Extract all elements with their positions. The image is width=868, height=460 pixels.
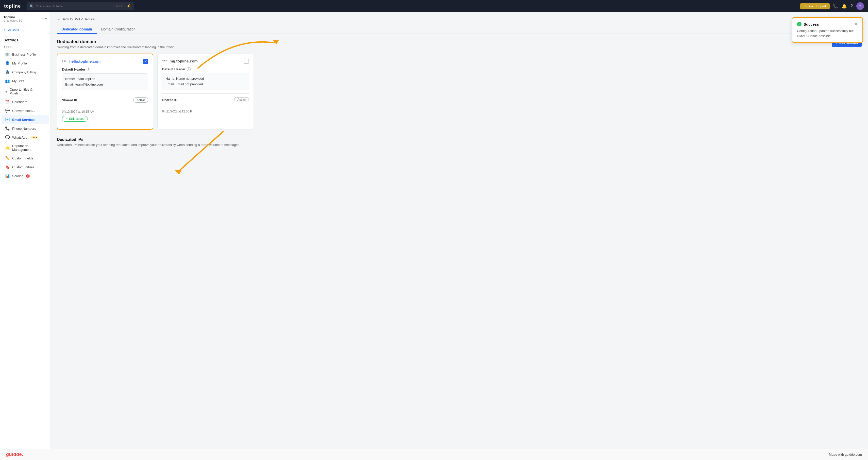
avatar[interactable]: T <box>856 2 864 10</box>
sidebar-item-label: Custom Fields <box>12 156 33 160</box>
sidebar-item-label: Custom Values <box>12 165 34 169</box>
billing-icon: 🏦 <box>5 70 10 74</box>
header-email-row: Email: team@topline.com <box>65 82 145 87</box>
sidebar-item-custom-values[interactable]: 🔖 Custom Values <box>2 163 49 171</box>
profile-icon: 👤 <box>5 61 10 65</box>
sidebar-item-email-services[interactable]: 📧 Email Services <box>2 115 49 124</box>
whatsapp-icon: 💬 <box>5 135 10 140</box>
success-icon: ✓ <box>797 22 802 26</box>
phone-numbers-icon: 📞 <box>5 126 10 131</box>
sidebar-item-label: Opportunities & Pipelin... <box>10 88 45 95</box>
domain-card-mg: ••• mg.topline.com Default Header ? Name… <box>157 54 254 130</box>
dedicated-ips-title: Dedicated IPs <box>57 137 862 142</box>
tab-dedicated-domain[interactable]: Dedicated domain <box>57 25 97 34</box>
account-location: Charleston, SC <box>4 19 23 22</box>
active-badge: Active <box>133 97 148 102</box>
support-button[interactable]: topline Support <box>800 3 830 9</box>
custom-values-icon: 🔖 <box>5 165 10 169</box>
tab-domain-configuration[interactable]: Domain Configuration <box>97 25 140 34</box>
shared-ip-row: Shared IP Active <box>62 97 148 102</box>
domain-checkbox-empty[interactable] <box>244 59 249 64</box>
divider-3 <box>162 93 249 94</box>
account-name: Topline <box>4 15 23 19</box>
bell-icon[interactable]: 🔔 <box>842 4 847 9</box>
bottom-bar: guidde. Made with guidde.com <box>0 449 868 460</box>
app-logo: topline <box>4 4 21 9</box>
global-search[interactable]: 🔍 Ctrl + K ⚡ <box>27 2 133 10</box>
section-subtitle: Sending from a dedicated domain improves… <box>57 45 175 49</box>
sidebar-item-calendars[interactable]: 📅 Calendars <box>2 97 49 106</box>
toast-close-button[interactable]: ✕ <box>855 22 858 26</box>
domain-checkbox-checked[interactable]: ✓ <box>143 59 148 64</box>
sidebar-item-label: Conversation AI <box>12 109 35 113</box>
shared-ip-row-2: Shared IP Active <box>162 97 249 102</box>
calendar-icon: 📅 <box>5 99 10 104</box>
made-with-text: Made with guidde.com <box>829 453 862 456</box>
reputation-icon: ⭐ <box>5 146 10 150</box>
toast-body: Configuration updated successfully but, … <box>797 28 858 38</box>
domain-card-hello: ••• hello.topline.com ✓ Default Header ?… <box>57 54 153 130</box>
back-to-smtp-link[interactable]: ← Back to SMTP Service <box>57 17 862 21</box>
help-icon-2[interactable]: ? <box>187 67 191 71</box>
sidebar-item-conversation-ai[interactable]: 💬 Conversation AI <box>2 106 49 115</box>
sidebar: Topline Charleston, SC ▾ < Go Back Setti… <box>0 12 51 449</box>
domain-options-icon-2[interactable]: ••• <box>162 58 167 64</box>
domain-date-2: 04/21/2023 at 12:30 P... <box>162 110 249 113</box>
divider2 <box>62 106 148 106</box>
phone-icon[interactable]: 📞 <box>833 4 838 9</box>
main-content: ← Back to SMTP Service Dedicated domain … <box>51 12 868 449</box>
header-info-box-2: Name: Name not provided Email: Email not… <box>162 73 249 90</box>
apps-group-title: Apps <box>0 44 51 50</box>
section-info: Dedicated domain Sending from a dedicate… <box>57 39 175 49</box>
domain-card-header: ••• hello.topline.com ✓ <box>62 59 148 64</box>
active-badge-2: Active <box>234 97 249 102</box>
domain-card-left: ••• hello.topline.com <box>62 59 100 64</box>
sidebar-item-phone-numbers[interactable]: 📞 Phone Numbers <box>2 124 49 133</box>
custom-fields-icon: ✏️ <box>5 156 10 160</box>
sidebar-item-label: Reputation Management <box>12 144 45 152</box>
whatsapp-beta-badge: beta <box>30 136 38 139</box>
back-arrow-icon: ← <box>57 17 60 21</box>
sidebar-item-reputation[interactable]: ⭐ Reputation Management <box>2 142 49 154</box>
account-switcher[interactable]: Topline Charleston, SC ▾ <box>0 12 51 25</box>
ssl-check-icon: ✓ <box>65 117 68 121</box>
shared-ip-label-2: Shared IP <box>162 98 177 102</box>
main-layout: Topline Charleston, SC ▾ < Go Back Setti… <box>0 12 868 449</box>
sidebar-item-my-profile[interactable]: 👤 My Profile <box>2 59 49 67</box>
help-icon[interactable]: ? <box>87 67 90 71</box>
help-icon[interactable]: ? <box>850 4 853 9</box>
sidebar-item-whatsapp[interactable]: 💬 WhatsApp beta <box>2 133 49 142</box>
sidebar-item-custom-fields[interactable]: ✏️ Custom Fields <box>2 154 49 162</box>
domain-options-icon[interactable]: ••• <box>62 59 67 64</box>
ssl-issued-badge: ✓ SSL Issued <box>62 116 88 122</box>
domain-card-header-2: ••• mg.topline.com <box>162 58 249 64</box>
sidebar-item-label: Scoring <box>12 174 23 178</box>
search-shortcut: Ctrl + K <box>112 4 124 8</box>
header-email-row-2: Email: Email not provided <box>165 82 246 87</box>
toast-header: ✓ Success ✕ <box>797 22 858 26</box>
svg-marker-1 <box>175 170 182 175</box>
sidebar-item-label: Company Billing <box>12 70 36 74</box>
default-header-label-2: Default Header ? <box>162 67 249 71</box>
email-services-icon: 📧 <box>5 117 10 122</box>
arrow-annotation-bottom <box>157 124 239 180</box>
go-back-link[interactable]: < Go Back <box>0 25 51 34</box>
staff-icon: 👥 <box>5 79 10 83</box>
search-input[interactable] <box>36 4 110 8</box>
sidebar-item-scoring[interactable]: 📊 Scoring 9 <box>2 172 49 180</box>
sidebar-item-opportunities[interactable]: ◈ Opportunities & Pipelin... <box>2 86 49 97</box>
business-profile-icon: 🏢 <box>5 52 10 57</box>
back-link-text: Back to SMTP Service <box>62 17 95 21</box>
sidebar-item-label: My Profile <box>12 61 27 65</box>
sidebar-item-business-profile[interactable]: 🏢 Business Profile <box>2 50 49 59</box>
top-navigation: topline 🔍 Ctrl + K ⚡ topline Support 📞 🔔… <box>0 0 868 12</box>
sidebar-item-company-billing[interactable]: 🏦 Company Billing <box>2 68 49 76</box>
scoring-icon: 📊 <box>5 174 10 178</box>
default-header-label: Default Header ? <box>62 67 148 71</box>
sidebar-item-label: WhatsApp <box>12 135 27 140</box>
domain-name-2: mg.topline.com <box>169 59 198 63</box>
scoring-badge: 9 <box>26 175 30 178</box>
domain-card-left-2: ••• mg.topline.com <box>162 58 198 64</box>
sidebar-item-my-staff[interactable]: 👥 My Staff <box>2 77 49 85</box>
domain-name: hello.topline.com <box>69 59 100 63</box>
